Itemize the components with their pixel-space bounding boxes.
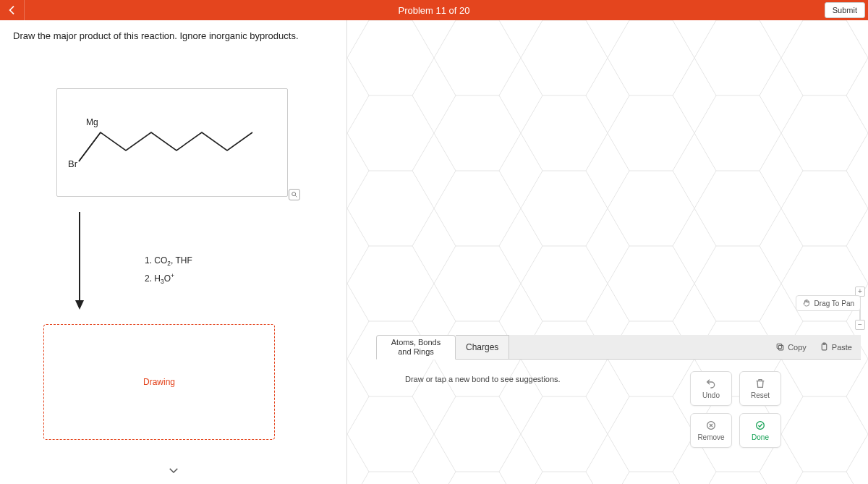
drawing-label: Drawing bbox=[143, 377, 175, 387]
paste-icon bbox=[820, 342, 829, 352]
reaction-arrow bbox=[72, 212, 87, 313]
hand-icon bbox=[802, 299, 811, 307]
submit-label: Submit bbox=[833, 6, 857, 14]
question-panel: Draw the major product of this reaction.… bbox=[0, 20, 347, 484]
svg-rect-3 bbox=[777, 344, 782, 349]
tab-charges[interactable]: Charges bbox=[456, 335, 509, 360]
paste-button[interactable]: Paste bbox=[820, 342, 852, 352]
remove-button[interactable]: Remove bbox=[690, 413, 732, 448]
arrow-left-icon bbox=[7, 4, 18, 16]
header: Problem 11 of 20 Submit bbox=[0, 0, 868, 20]
check-circle-icon bbox=[754, 420, 766, 431]
tab-strip: Copy Paste bbox=[509, 335, 861, 360]
reactant-structure[interactable]: Br Mg bbox=[56, 88, 288, 197]
reset-button[interactable]: Reset bbox=[739, 371, 781, 406]
undo-button[interactable]: Undo bbox=[690, 371, 732, 406]
trash-icon bbox=[754, 378, 766, 389]
zoom-out-button[interactable]: − bbox=[855, 320, 865, 330]
submit-button[interactable]: Submit bbox=[825, 2, 865, 18]
svg-point-0 bbox=[292, 192, 296, 196]
product-dropzone[interactable]: Drawing bbox=[43, 324, 275, 440]
back-button[interactable] bbox=[0, 0, 25, 20]
done-button[interactable]: Done bbox=[739, 413, 781, 448]
drawing-panel: + − Drag To Pan Atoms, Bonds and Rings C… bbox=[347, 20, 868, 484]
reagent-list: 1. CO2, THF 2. H3O+ bbox=[145, 252, 192, 288]
svg-rect-2 bbox=[779, 345, 784, 350]
br-label: Br bbox=[68, 158, 78, 169]
chevron-down-icon bbox=[167, 464, 180, 477]
mg-label: Mg bbox=[86, 117, 98, 127]
prompt-text: Draw the major product of this reaction.… bbox=[13, 30, 333, 41]
scroll-down-button[interactable] bbox=[167, 464, 180, 480]
suggestion-text: Draw or tap a new bond to see suggestion… bbox=[405, 375, 561, 383]
problem-title: Problem 11 of 20 bbox=[398, 5, 469, 16]
close-circle-icon bbox=[705, 420, 717, 431]
reagent-line-1: 1. CO2, THF bbox=[145, 252, 192, 270]
zoom-icon[interactable] bbox=[289, 189, 300, 200]
reactant-svg: Br Mg bbox=[57, 89, 289, 198]
copy-button[interactable]: Copy bbox=[775, 342, 807, 352]
copy-icon bbox=[775, 342, 785, 352]
magnifier-icon bbox=[291, 191, 298, 198]
svg-point-7 bbox=[757, 422, 765, 430]
undo-icon bbox=[705, 378, 717, 389]
reagent-line-2: 2. H3O+ bbox=[145, 270, 192, 288]
action-buttons: Undo Reset Remove Done bbox=[690, 371, 781, 448]
drag-to-pan-hint: Drag To Pan bbox=[796, 295, 861, 311]
drawing-canvas[interactable] bbox=[347, 20, 868, 484]
tab-atoms-bonds-rings[interactable]: Atoms, Bonds and Rings bbox=[376, 335, 456, 360]
tool-tabs: Atoms, Bonds and Rings Charges Copy Past… bbox=[376, 333, 861, 362]
